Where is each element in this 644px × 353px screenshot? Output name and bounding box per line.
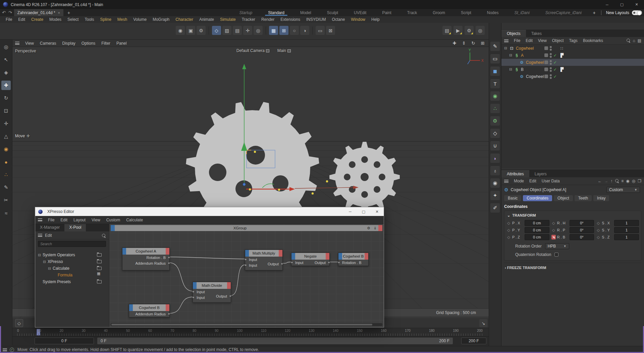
layout-tab[interactable]: Paint xyxy=(374,10,399,16)
maximize-button[interactable]: ▢ xyxy=(357,207,370,216)
menu-item[interactable]: Volume xyxy=(130,17,150,22)
cluster-tool-icon[interactable]: ∴ xyxy=(1,170,11,179)
search-icon[interactable] xyxy=(615,179,619,184)
new-layouts-toggle[interactable] xyxy=(632,10,642,15)
xpresso-panel-tab[interactable]: X-Pool xyxy=(64,224,86,231)
xpool-tree-row[interactable]: ⊟ XPresso xyxy=(35,258,109,265)
transform-value-field[interactable]: 0° xyxy=(570,234,594,240)
output-port[interactable]: Output xyxy=(292,260,328,265)
workplane-mode-icon[interactable]: ▤ xyxy=(233,26,242,35)
object-row[interactable]: ⊟ Cogwheel A ✓ xyxy=(501,59,644,66)
render-queue-icon[interactable]: ▤ xyxy=(442,26,451,35)
object-tag-icon[interactable] xyxy=(560,53,564,58)
panel-tab[interactable]: Attributes xyxy=(501,170,529,177)
visibility-toggle[interactable] xyxy=(544,53,548,57)
panel-tab[interactable]: Takes xyxy=(526,30,547,37)
transform-value-field[interactable]: 1 xyxy=(614,220,639,226)
menu-item[interactable]: Animate xyxy=(196,17,217,22)
keyframe-dot-icon[interactable] xyxy=(506,221,511,225)
snap-move-icon[interactable]: ✛ xyxy=(1,119,11,128)
text-tool-icon[interactable]: T xyxy=(490,79,500,88)
xpresso-node[interactable]: NegateInputOutput xyxy=(291,253,330,266)
layout-tab[interactable]: Track xyxy=(399,10,425,16)
node-inputs-port[interactable] xyxy=(245,250,249,257)
bend-deformer-icon[interactable]: ◗ xyxy=(490,153,500,163)
object-tag-icon[interactable] xyxy=(560,67,564,72)
node-inputs-port[interactable] xyxy=(122,248,126,255)
transform-value-field[interactable]: 1 xyxy=(614,227,639,233)
snap-icon[interactable]: ▦ xyxy=(269,26,278,35)
viewport-menu-item[interactable]: Display xyxy=(59,41,78,46)
viewport-menu-item[interactable]: Panel xyxy=(113,41,130,46)
knife-tool-icon[interactable]: ✂ xyxy=(1,195,11,205)
panel-tab[interactable]: Objects xyxy=(501,30,526,37)
node-inputs-port[interactable] xyxy=(291,253,295,260)
node-header[interactable]: Math:Divide xyxy=(193,282,231,289)
attr-menu-item[interactable]: User Data xyxy=(539,179,562,183)
transform-value-field[interactable]: 1 xyxy=(614,234,639,240)
forward-icon[interactable]: → xyxy=(604,179,608,184)
transform-value-field[interactable]: 0 cm xyxy=(525,234,549,240)
close-tab-icon[interactable]: × xyxy=(58,11,60,15)
menu-item[interactable]: Modes xyxy=(46,17,64,22)
xpresso-menu-item[interactable]: Edit xyxy=(57,218,70,222)
spline-pen-icon[interactable]: ✎ xyxy=(490,42,500,51)
enable-checkmark[interactable]: ✓ xyxy=(553,74,558,79)
xpresso-menu-item[interactable]: View xyxy=(89,218,103,222)
node-inputs-port[interactable] xyxy=(193,282,197,289)
node-outputs-port[interactable] xyxy=(227,282,231,289)
point-tool-icon[interactable]: ● xyxy=(1,157,11,167)
object-row[interactable]: ⊟ Cogwheel B ✓ xyxy=(501,73,644,80)
menu-item[interactable]: File xyxy=(3,17,15,22)
axis-mode-icon[interactable]: ✛ xyxy=(243,26,252,35)
node-header[interactable]: Cogwheel A xyxy=(122,248,169,255)
dolly-icon[interactable]: ⇕ xyxy=(461,40,467,46)
attr-menu-item[interactable]: Mode xyxy=(511,179,527,183)
layout-tab[interactable]: Script xyxy=(453,10,479,16)
attr-menu-item[interactable]: Edit xyxy=(527,179,539,183)
xpresso-panel-tab[interactable]: X-Manager xyxy=(35,224,64,231)
layout-tab[interactable]: St_iDani xyxy=(506,10,537,16)
team-render-icon[interactable]: ▶ xyxy=(453,26,463,35)
xpool-search-input[interactable] xyxy=(38,241,106,247)
object-row[interactable]: ⊟ Cogwheel ✓ xyxy=(501,45,644,52)
layout-tab[interactable]: Model xyxy=(292,10,319,16)
layout-tab[interactable]: Standard xyxy=(260,10,292,16)
transform-value-field[interactable]: 0° xyxy=(570,227,594,233)
xpresso-node[interactable]: Cogwheel ARotation . BAddendum Radius xyxy=(122,248,170,270)
expand-toggle[interactable]: ⊟ xyxy=(509,53,513,57)
light-icon[interactable]: ✦ xyxy=(490,191,500,200)
array-generator-icon[interactable]: ∴ xyxy=(490,104,500,113)
enable-checkmark[interactable]: ✓ xyxy=(553,67,558,72)
om-menu-item[interactable]: View xyxy=(535,38,549,43)
popup-icon[interactable]: ❐ xyxy=(638,179,641,184)
hamburger-icon[interactable] xyxy=(38,218,42,221)
expand-toggle[interactable]: ⊟ xyxy=(43,260,47,264)
xpresso-node-graph[interactable]: XGroup ⚙⇓ Cogwheel ARotation . BAddendum… xyxy=(109,224,384,327)
xpool-tree-row[interactable]: ⊟ System Presets xyxy=(35,278,109,285)
menu-item[interactable]: Select xyxy=(64,17,82,22)
editor-render-dots[interactable] xyxy=(550,60,552,65)
orbit-icon[interactable]: ↻ xyxy=(470,40,477,46)
xpool-edit-menu[interactable]: Edit xyxy=(45,233,52,238)
output-port[interactable]: Output xyxy=(246,261,281,267)
xpresso-node[interactable]: Cogwheel BRotation . B xyxy=(338,253,369,266)
output-port[interactable]: Addendum Radius xyxy=(130,311,168,317)
xpresso-menu-item[interactable]: File xyxy=(45,218,57,222)
search-icon[interactable] xyxy=(626,38,630,43)
node-outputs-port[interactable] xyxy=(279,250,282,257)
texture-mode-icon[interactable]: ▨ xyxy=(222,26,231,35)
menu-item[interactable]: Mesh xyxy=(114,17,130,22)
node-header[interactable]: Cogwheel B xyxy=(338,253,368,260)
interactive-render-icon[interactable]: ⚙ xyxy=(465,26,474,35)
xpresso-node[interactable]: Cogwheel BAddendum Radius xyxy=(129,304,170,317)
editor-render-dots[interactable] xyxy=(550,46,552,51)
browser-icon[interactable]: ▤ xyxy=(638,38,641,43)
viewport-menu-item[interactable]: Filter xyxy=(98,41,113,46)
keyframe-dot-icon[interactable] xyxy=(506,228,511,232)
om-menu-item[interactable]: File xyxy=(511,38,523,43)
object-row[interactable]: ⊟ B ✓ xyxy=(501,66,644,73)
hamburger-icon[interactable] xyxy=(3,348,7,351)
menu-item[interactable]: Edit xyxy=(15,17,28,22)
up-icon[interactable]: ↑ xyxy=(610,179,612,184)
